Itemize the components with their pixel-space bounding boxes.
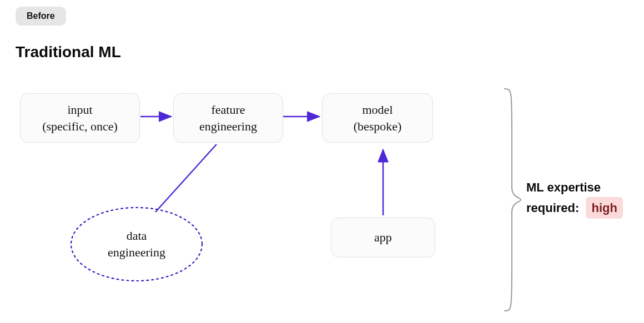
expertise-line1: ML expertise bbox=[526, 178, 623, 197]
page-title: Traditional ML bbox=[16, 43, 121, 61]
expertise-line2: required: high bbox=[526, 197, 623, 219]
diagram-canvas: input (specific, once) feature engineeri… bbox=[0, 83, 500, 316]
node-data-engineering-label: data engineering bbox=[108, 228, 165, 260]
summary-brace-area: ML expertise required: high bbox=[500, 83, 644, 316]
node-app: app bbox=[331, 218, 435, 258]
expertise-prefix: required: bbox=[526, 201, 579, 215]
curly-brace-icon bbox=[500, 83, 522, 316]
before-badge: Before bbox=[16, 7, 66, 26]
node-input: input (specific, once) bbox=[20, 93, 140, 143]
node-feature-engineering: feature engineering bbox=[173, 93, 283, 143]
expertise-summary: ML expertise required: high bbox=[526, 178, 623, 219]
node-model: model (bespoke) bbox=[322, 93, 433, 143]
connector-dataeng-to-feature bbox=[155, 144, 217, 212]
node-data-engineering: data engineering bbox=[70, 205, 203, 283]
expertise-level-badge: high bbox=[586, 197, 622, 219]
